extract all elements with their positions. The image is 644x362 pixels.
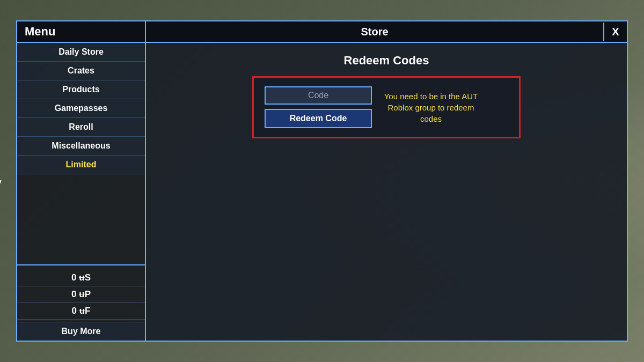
nav-items: Daily Store Crates Products Gamepasses R… [17,43,145,264]
sidebar-item-gamepasses[interactable]: Gamepasses [17,99,145,118]
redeem-button[interactable]: Redeem Code [265,109,372,128]
sidebar: Daily Store Crates Products Gamepasses R… [17,43,146,341]
currency-uf-unit: F [85,306,90,316]
redeem-hint-text: You need to be in the AUT Roblox group t… [383,91,479,124]
title-bar: Menu Store X [17,21,627,43]
currency-uf-prefix: u [79,306,85,316]
currency-up-unit: P [85,289,91,300]
store-window: Menu Store X Daily Store Crates Products… [16,20,628,342]
currency-us: 0 uS [17,270,145,286]
currency-up-prefix: u [79,289,84,300]
sidebar-item-reroll[interactable]: Reroll [17,118,145,137]
main-content: Redeem Codes Redeem Code You need to be … [146,43,627,341]
sidebar-item-limited[interactable]: Limited [17,156,145,174]
currency-us-prefix: u [79,272,84,283]
sidebar-footer: 0 uS 0 uP 0 uF Buy More [17,264,145,341]
side-label-jersey: rsey [0,176,2,186]
sidebar-item-miscellaneous[interactable]: Miscellaneous [17,137,145,156]
store-title: Store [146,26,603,38]
redeem-box: Redeem Code You need to be in the AUT Ro… [252,76,521,138]
currency-uf: 0 uF [17,303,145,320]
sidebar-item-daily-store[interactable]: Daily Store [17,43,145,62]
redeem-codes-title: Redeem Codes [344,54,429,68]
currency-uf-value: 0 [72,306,77,316]
currency-us-unit: S [85,272,91,283]
currency-up-value: 0 [71,289,76,300]
close-button[interactable]: X [603,23,627,41]
currency-us-value: 0 [71,272,76,283]
currency-up: 0 uP [17,286,145,303]
sidebar-item-crates[interactable]: Crates [17,62,145,80]
window-body: Daily Store Crates Products Gamepasses R… [17,43,627,341]
sidebar-item-products[interactable]: Products [17,80,145,99]
buy-more-button[interactable]: Buy More [17,322,145,341]
redeem-left: Redeem Code [265,86,372,128]
code-input[interactable] [265,86,372,105]
menu-label: Menu [17,21,146,42]
